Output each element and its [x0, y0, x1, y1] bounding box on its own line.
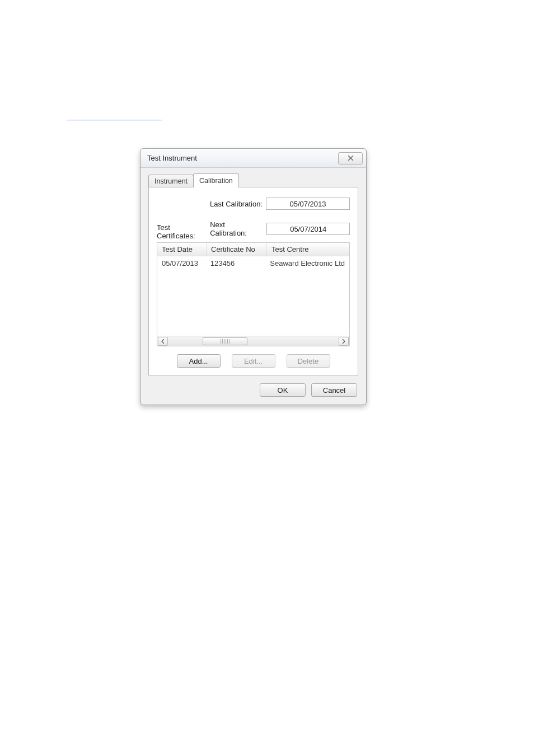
chevron-right-icon — [342, 339, 345, 344]
cell-test-date: 05/07/2013 — [157, 258, 206, 269]
col-certificate-no[interactable]: Certificate No — [207, 243, 267, 256]
last-calibration-row: Last Calibration: 05/07/2013 — [157, 198, 350, 210]
col-test-centre[interactable]: Test Centre — [267, 243, 349, 256]
tab-instrument[interactable]: Instrument — [148, 175, 194, 187]
table-row[interactable]: 05/07/2013 123456 Seaward Electronic Ltd — [157, 256, 349, 270]
ok-button[interactable]: OK — [260, 383, 306, 397]
last-calibration-label: Last Calibration: — [210, 200, 263, 208]
close-button[interactable] — [338, 152, 363, 165]
cell-test-centre: Seaward Electronic Ltd — [265, 258, 349, 269]
tabstrip: Instrument Calibration — [140, 168, 366, 187]
scroll-track[interactable] — [169, 337, 338, 345]
dialog-actions: OK Cancel — [140, 383, 366, 397]
table-header: Test Date Certificate No Test Centre — [157, 243, 349, 256]
test-instrument-dialog: Test Instrument Instrument Calibration L… — [140, 148, 367, 405]
table-body: 05/07/2013 123456 Seaward Electronic Ltd — [157, 256, 349, 336]
test-certificates-label: Test Certificates: — [157, 223, 210, 240]
certificate-buttons: Add... Edit... Delete — [157, 354, 350, 368]
delete-button[interactable]: Delete — [287, 354, 330, 368]
last-calibration-field[interactable]: 05/07/2013 — [266, 198, 350, 210]
next-calibration-field[interactable]: 05/07/2014 — [266, 223, 350, 235]
titlebar[interactable]: Test Instrument — [140, 149, 366, 168]
chevron-left-icon — [161, 339, 165, 344]
scroll-left-button[interactable] — [158, 337, 168, 346]
cancel-button[interactable]: Cancel — [311, 383, 357, 397]
link-underline — [67, 120, 162, 120]
tab-calibration[interactable]: Calibration — [193, 173, 239, 187]
scroll-right-button[interactable] — [339, 337, 349, 346]
certificates-table[interactable]: Test Date Certificate No Test Centre 05/… — [157, 242, 350, 346]
edit-button[interactable]: Edit... — [232, 354, 275, 368]
col-test-date[interactable]: Test Date — [157, 243, 207, 256]
scroll-thumb[interactable] — [203, 337, 247, 345]
certificates-table-wrap: Test Date Certificate No Test Centre 05/… — [157, 242, 350, 346]
horizontal-scrollbar[interactable] — [157, 336, 349, 346]
calibration-panel: Last Calibration: 05/07/2013 Test Certif… — [148, 187, 358, 376]
dialog-title: Test Instrument — [147, 154, 197, 162]
next-calibration-label: Next Calibration: — [210, 220, 263, 237]
scroll-grip-icon — [221, 339, 229, 344]
cell-certificate-no: 123456 — [206, 258, 266, 269]
close-icon — [348, 155, 354, 161]
add-button[interactable]: Add... — [177, 354, 221, 368]
